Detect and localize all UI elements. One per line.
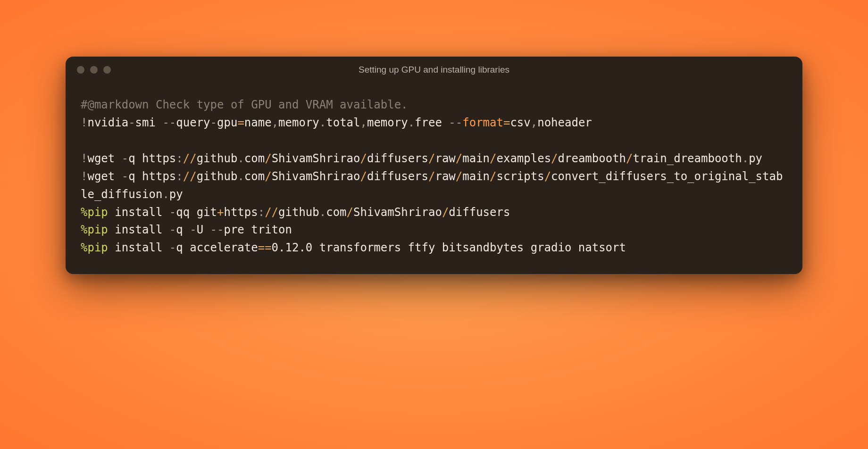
code-token: , [531,116,537,129]
code-token: / [265,152,271,165]
code-token: qq git [176,206,217,219]
code-token: // [183,152,197,165]
code-token: main [462,152,490,165]
code-token: https [224,206,258,219]
code-token: == [258,241,272,254]
code-token: csv [510,116,530,129]
code-token: . [162,188,169,201]
code-token: github [278,206,319,219]
code-token: - [190,223,196,236]
code-token: com [244,170,265,183]
code-token: // [265,206,278,219]
titlebar: Setting up GPU and installing libraries [66,57,802,83]
code-token: pre triton [224,223,292,236]
code-token: - [122,170,128,183]
code-token: wget [87,170,121,183]
code-token: query [176,116,210,129]
code-token: ShivamShrirao [272,152,360,165]
code-token: install [108,241,169,254]
code-token: // [183,170,197,183]
code-token: / [265,170,271,183]
code-token: / [456,170,462,183]
code-token: memory [367,116,408,129]
code-token: . [742,152,749,165]
code-token: q accelerate [176,241,258,254]
terminal-body[interactable]: #@markdown Check type of GPU and VRAM av… [66,83,802,274]
code-token: format [462,116,503,129]
maximize-icon[interactable] [103,66,111,74]
code-token: / [428,170,435,183]
code-token: total [326,116,360,129]
code-token: q https [128,152,176,165]
code-line: !wget -q https://github.com/ShivamShrira… [81,168,787,204]
code-token: / [360,152,367,165]
code-token: ! [81,116,87,129]
code-token: ShivamShrirao [353,206,442,219]
code-token: raw [435,170,455,183]
code-token: / [347,206,353,219]
code-token: install [108,223,169,236]
code-token: raw [435,152,455,165]
code-line: !nvidia-smi --query-gpu=name,memory.tota… [81,114,787,132]
code-token: - [122,152,128,165]
code-token: / [360,170,367,183]
code-token: - [169,223,176,236]
code-token: 0.12.0 transformers ftfy bitsandbytes gr… [272,241,626,254]
code-token: -- [449,116,462,129]
code-token: memory [278,116,319,129]
code-token: / [544,170,551,183]
code-token: + [217,206,224,219]
code-token: com [244,152,265,165]
code-token: - [210,116,217,129]
close-icon[interactable] [77,66,84,74]
code-token: = [237,116,244,129]
code-token: / [442,206,449,219]
code-token: / [551,152,558,165]
code-token: py [749,152,762,165]
blank-line [81,132,787,150]
code-token: : [176,152,183,165]
code-token: ShivamShrirao [272,170,360,183]
code-token: : [258,206,265,219]
code-token: / [626,152,633,165]
code-token: wget [87,152,121,165]
code-line: !wget -q https://github.com/ShivamShrira… [81,150,787,168]
code-token: . [408,116,415,129]
code-token: %pip [81,241,108,254]
code-line: %pip install -q accelerate==0.12.0 trans… [81,239,787,257]
traffic-lights [77,66,111,74]
code-token: #@markdown Check type of GPU and VRAM av… [81,98,408,111]
code-token: install [108,206,169,219]
code-token: name [244,116,272,129]
code-line: %pip install -qq git+https://github.com/… [81,204,787,222]
code-token: -- [210,223,224,236]
code-token: diffusers [367,152,428,165]
code-token: train_dreambooth [633,152,742,165]
code-token: : [176,170,183,183]
code-token: . [319,116,326,129]
code-token: %pip [81,206,108,219]
code-token: examples [497,152,551,165]
code-line: #@markdown Check type of GPU and VRAM av… [81,96,787,114]
code-token: noheader [537,116,592,129]
code-token: com [326,206,346,219]
window-title: Setting up GPU and installing libraries [77,65,791,75]
code-token: - [169,206,176,219]
code-token: / [490,152,496,165]
code-token: = [503,116,510,129]
code-line: %pip install -q -U --pre triton [81,221,787,239]
terminal-window: Setting up GPU and installing libraries … [66,57,802,274]
code-token: , [272,116,278,129]
code-token: free [415,116,449,129]
code-token: . [319,206,326,219]
code-token: q https [128,170,176,183]
code-token: -- [162,116,176,129]
code-token: smi [135,116,163,129]
code-token: - [128,116,135,129]
code-token: diffusers [367,170,428,183]
code-token: scripts [497,170,544,183]
code-token: ! [81,170,87,183]
code-token: dreambooth [558,152,626,165]
code-token: diffusers [449,206,510,219]
minimize-icon[interactable] [90,66,98,74]
